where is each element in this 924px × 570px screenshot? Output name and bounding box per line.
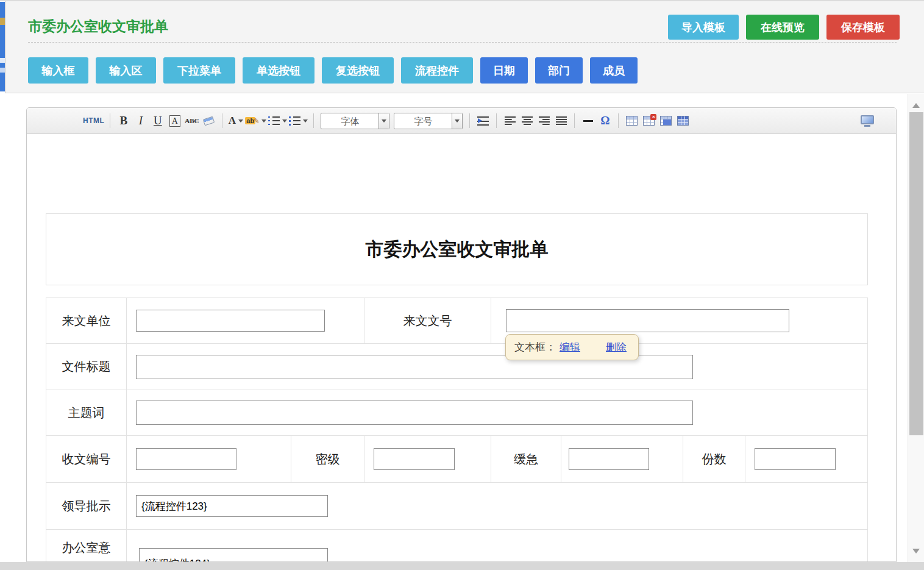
left-strip-mark — [0, 68, 5, 73]
insert-member-button[interactable]: 成员 — [590, 57, 638, 84]
highlight-color-button[interactable]: ab✎ — [245, 112, 266, 129]
unordered-list-button[interactable] — [289, 112, 308, 129]
italic-button[interactable]: I — [133, 112, 148, 129]
toolbar-separator — [222, 113, 222, 128]
save-template-button[interactable]: 保存模板 — [826, 15, 900, 40]
scroll-up-arrow-icon[interactable] — [912, 99, 920, 108]
ordered-list-icon — [268, 116, 280, 126]
align-left-icon — [505, 116, 516, 125]
urgency-input[interactable] — [569, 448, 649, 470]
label-leader-instructions: 领导批示 — [46, 483, 127, 529]
table-cell-properties-button[interactable] — [658, 112, 673, 129]
align-justify-button[interactable] — [553, 112, 569, 129]
align-center-icon — [522, 116, 533, 125]
indent-button[interactable] — [475, 112, 491, 129]
control-buttons-row: 输入框 输入区 下拉菜单 单选按钮 复选按钮 流程控件 日期 部门 成员 — [28, 57, 638, 84]
insert-input-box-button[interactable]: 输入框 — [28, 57, 88, 84]
scroll-down-arrow-icon[interactable] — [912, 549, 920, 557]
remove-format-button[interactable] — [201, 112, 216, 129]
chevron-down-icon — [303, 119, 308, 125]
incoming-unit-input[interactable] — [136, 310, 325, 332]
header-actions: 导入模板 在线预览 保存模板 — [668, 15, 900, 40]
table-icon — [626, 116, 638, 126]
toolbar-separator — [496, 113, 497, 128]
table-row: 收文编号 密级 缓急 份数 — [46, 436, 867, 483]
office-opinion-flow-control-input[interactable] — [139, 548, 328, 562]
cell-incoming-unit — [127, 298, 364, 343]
html-source-button[interactable]: HTML — [83, 112, 104, 129]
toolbar-separator — [618, 113, 619, 128]
table-delete-icon: × — [643, 116, 655, 126]
font-family-value: 字体 — [321, 113, 378, 129]
bold-button[interactable]: B — [116, 112, 131, 129]
copies-input[interactable] — [755, 448, 836, 470]
horizontal-rule-button[interactable] — [580, 112, 595, 129]
editor-workspace: HTML B I U A ABC A ab✎ 字体 字号 — [0, 94, 908, 562]
insert-department-button[interactable]: 部门 — [535, 57, 583, 84]
unordered-list-icon — [289, 116, 300, 126]
online-preview-button[interactable]: 在线预览 — [746, 15, 819, 40]
insert-dropdown-button[interactable]: 下拉菜单 — [163, 57, 235, 84]
left-strip-mark — [0, 18, 5, 25]
leader-instructions-flow-control-input[interactable] — [136, 495, 328, 517]
receipt-number-input[interactable] — [136, 448, 236, 470]
cell-copies — [745, 436, 867, 482]
align-right-icon — [539, 116, 550, 125]
align-right-button[interactable] — [536, 112, 552, 129]
font-style-button[interactable]: A — [167, 112, 182, 129]
delete-table-button[interactable]: × — [641, 112, 656, 129]
scrollbar-thumb[interactable] — [909, 112, 923, 435]
editor-canvas[interactable]: 市委办公室收文审批单 来文单位 来文文号 文件标题 — [27, 134, 896, 561]
insert-textarea-button[interactable]: 输入区 — [96, 57, 156, 84]
fullscreen-button[interactable] — [861, 115, 874, 127]
insert-table-button[interactable] — [624, 112, 639, 129]
insert-radio-button[interactable]: 单选按钮 — [243, 57, 315, 84]
cell-secrecy-level — [364, 436, 491, 482]
align-center-button[interactable] — [519, 112, 535, 129]
font-color-button[interactable]: A — [228, 112, 243, 129]
tooltip-delete-link[interactable]: 删除 — [606, 340, 627, 354]
secrecy-level-input[interactable] — [374, 448, 455, 470]
table-row: 来文单位 来文文号 — [46, 298, 867, 344]
chevron-down-icon — [282, 119, 287, 125]
document-number-input[interactable] — [506, 309, 789, 332]
monitor-stand-icon — [864, 125, 870, 127]
boxed-a-icon: A — [169, 115, 180, 127]
table-grid-icon — [677, 116, 689, 126]
font-color-a-icon: A — [229, 115, 236, 127]
insert-date-button[interactable]: 日期 — [480, 57, 528, 84]
label-subject-words: 主题词 — [46, 390, 127, 435]
chevron-down-icon — [455, 119, 460, 125]
vertical-scrollbar[interactable] — [908, 94, 924, 562]
underline-button[interactable]: U — [150, 112, 165, 129]
tooltip-edit-link[interactable]: 编辑 — [560, 340, 580, 354]
align-justify-icon — [556, 116, 567, 125]
page: 市委办公室收文审批单 导入模板 在线预览 保存模板 输入框 输入区 下拉菜单 单… — [0, 0, 924, 570]
toolbar-separator — [110, 113, 110, 128]
label-urgency: 缓急 — [491, 436, 561, 482]
red-x-badge: × — [650, 114, 656, 120]
table-properties-button[interactable] — [675, 112, 691, 129]
textbox-context-tooltip: 文本框： 编辑 删除 — [505, 334, 639, 360]
label-secrecy-level: 密级 — [291, 436, 364, 482]
cell-subject-words — [127, 390, 867, 435]
font-family-select[interactable]: 字体 — [321, 113, 389, 129]
insert-checkbox-button[interactable]: 复选按钮 — [322, 57, 394, 84]
chevron-down-icon — [238, 119, 243, 125]
table-cell-icon — [660, 116, 672, 126]
pencil-icon: ✎ — [254, 117, 259, 125]
insert-flow-control-button[interactable]: 流程控件 — [401, 57, 473, 84]
strikethrough-button[interactable]: ABC — [184, 112, 199, 129]
toolbar-separator — [313, 113, 314, 128]
font-size-select[interactable]: 字号 — [394, 113, 463, 129]
special-char-button[interactable]: Ω — [597, 112, 613, 129]
align-left-button[interactable] — [502, 112, 517, 129]
font-size-dropdown-button[interactable] — [452, 113, 462, 129]
import-template-button[interactable]: 导入模板 — [668, 15, 739, 40]
approval-form-table: 来文单位 来文文号 文件标题 — [46, 297, 868, 562]
ordered-list-button[interactable] — [268, 112, 287, 129]
cell-document-title — [127, 344, 867, 390]
subject-words-input[interactable] — [136, 401, 693, 425]
font-family-dropdown-button[interactable] — [378, 113, 389, 129]
rich-text-editor: HTML B I U A ABC A ab✎ 字体 字号 — [26, 107, 897, 562]
